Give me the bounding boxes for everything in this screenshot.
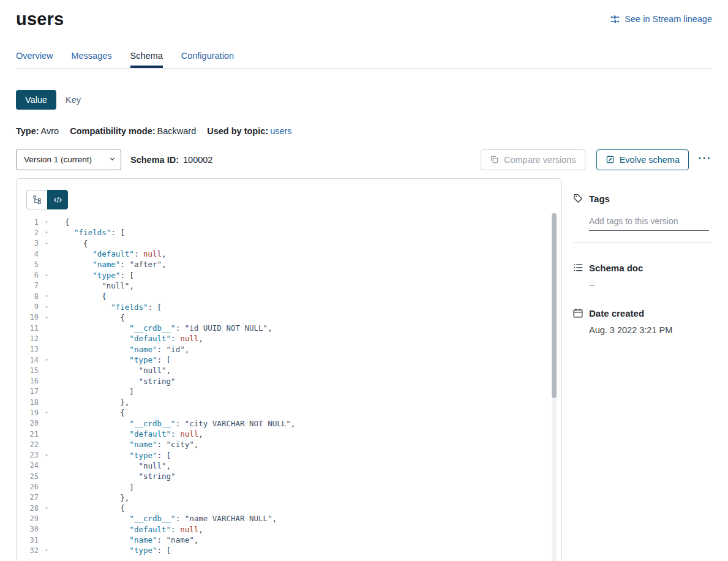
code-line: 13 "name": "id", [26,344,561,355]
fold-toggle-icon[interactable]: ▾ [42,453,51,458]
schema-id-label: Schema ID: [130,155,179,165]
version-select-wrap: Version 1 (current) [16,149,121,170]
tags-input[interactable] [589,214,709,231]
fold-toggle-icon[interactable]: ▾ [42,315,51,320]
code-line: 7 "null", [26,280,561,291]
code-text: "default": null, [65,249,167,258]
fold-toggle-icon[interactable]: ▾ [42,505,51,511]
code-line: 1▾{ [26,217,561,227]
line-number: 4 [26,250,39,258]
copy-icon [490,155,499,164]
line-number: 32 [26,546,39,555]
topic-link[interactable]: users [270,126,291,136]
code-text: "fields": [ [65,303,162,312]
fold-toggle-icon[interactable]: ▾ [42,273,51,278]
code-line: 10▾ { [26,312,561,323]
line-number: 1 [26,218,39,227]
tab-messages[interactable]: Messages [71,51,111,68]
code-text: "null", [65,461,171,470]
line-number: 31 [26,536,39,544]
code-line: 28▾ { [26,503,561,513]
tags-section: Tags [572,193,712,243]
code-line: 2▾ "fields": [ [26,227,561,238]
fold-toggle-icon[interactable]: ▾ [42,230,51,235]
editor-scrollbar[interactable] [552,213,557,561]
tags-title: Tags [589,194,610,204]
code-line: 11 "__crdb__": "id UUID NOT NULL", [26,323,561,333]
code-text: { [65,313,125,322]
line-number: 19 [26,409,39,417]
compare-versions-button[interactable]: Compare versions [481,149,585,170]
code-text: "__crdb__": "id UUID NOT NULL", [65,323,272,333]
code-line: 3▾ { [26,238,561,249]
tab-overview[interactable]: Overview [16,51,53,68]
code-view-icon [53,195,62,205]
schema-doc-section: Schema doc -- [572,262,712,290]
fold-toggle-icon[interactable]: ▾ [42,548,51,553]
code-text: "name": "name", [65,535,198,544]
toggle-value-button[interactable]: Value [16,90,56,110]
code-line: 26 ] [26,481,561,492]
code-text: "string" [65,472,176,481]
code-text: ] [65,483,134,492]
tab-schema[interactable]: Schema [130,51,163,68]
line-number: 14 [26,356,39,364]
code-text: "type": [ [65,451,171,460]
code-text: "__crdb__": "city VARCHAR NOT NULL", [65,419,295,428]
schema-id-value: 100002 [183,155,212,165]
toggle-key-button[interactable]: Key [56,90,90,110]
edit-schema-icon [606,155,615,164]
code-text: "name": "id", [65,345,189,354]
stream-lineage-link[interactable]: See in Stream lineage [610,14,712,24]
tag-icon [572,193,584,204]
code-line: 23▾ "type": [ [26,450,561,461]
tab-bar: OverviewMessagesSchemaConfiguration [16,51,712,69]
fold-toggle-icon[interactable]: ▾ [42,241,51,246]
page-title: users [16,9,64,29]
schema-doc-header: Schema doc [572,262,712,273]
line-number: 15 [26,366,39,375]
line-number: 10 [26,313,39,322]
more-options-button[interactable]: ⋯ [696,151,712,168]
fold-toggle-icon[interactable]: ▾ [42,357,51,363]
fold-toggle-icon[interactable]: ▾ [42,304,51,310]
scrollbar-thumb[interactable] [552,213,557,398]
tree-view-button[interactable] [26,190,47,209]
code-line: 12 "default": null, [26,333,561,344]
code-line: 14▾ "type": [ [26,355,561,365]
code-text: "null", [65,281,134,290]
code-text: ] [65,387,134,396]
schema-doc-title: Schema doc [589,263,643,273]
line-number: 27 [26,493,39,502]
line-number: 12 [26,334,39,343]
code-text: "default": null, [65,334,203,343]
topic-schema-page: users See in Stream lineage OverviewMess… [0,0,728,561]
schema-controls-row: Version 1 (current) Schema ID: 100002 Co… [16,149,712,170]
code-line: 29 "__crdb__": "name VARCHAR NULL", [26,513,561,524]
code-line: 17 ] [26,386,561,397]
tab-configuration[interactable]: Configuration [181,51,234,68]
version-select[interactable]: Version 1 (current) [16,149,121,170]
code-text: "default": null, [65,429,203,439]
fold-toggle-icon[interactable]: ▾ [42,410,51,415]
schema-sidebar: Tags Schema doc -- [572,178,712,335]
code-line: 20 "__crdb__": "city VARCHAR NOT NULL", [26,418,561,429]
type-label: Type: [16,126,39,136]
code-line: 27 }, [26,492,561,503]
code-text: "default": null, [65,525,203,534]
code-text: { [65,292,107,301]
code-line: 30 "default": null, [26,524,561,535]
line-number: 17 [26,387,39,396]
line-number: 7 [26,281,39,290]
code-line: 4 "default": null, [26,249,561,259]
code-line: 5 "name": "after", [26,259,561,269]
fold-toggle-icon[interactable]: ▾ [42,293,51,299]
evolve-schema-button[interactable]: Evolve schema [596,149,689,170]
line-number: 21 [26,430,39,439]
code-view-button[interactable] [47,190,68,209]
fold-toggle-icon[interactable]: ▾ [42,219,51,225]
tags-header: Tags [572,193,712,204]
code-line: 16 "string" [26,375,561,386]
line-number: 26 [26,483,39,491]
code-line: 19▾ { [26,407,561,418]
